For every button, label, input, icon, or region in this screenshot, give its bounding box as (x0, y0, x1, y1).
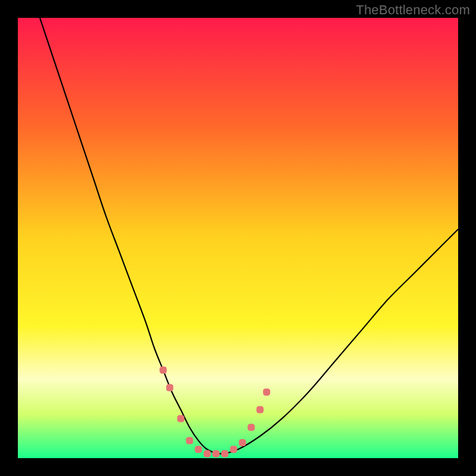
trough-marker (256, 406, 264, 414)
trough-marker (248, 424, 255, 431)
trough-marker (166, 384, 173, 392)
plot-area (18, 18, 458, 458)
trough-marker (263, 389, 270, 396)
trough-marker (221, 450, 228, 458)
trough-marker (195, 446, 202, 453)
trough-marker (159, 367, 167, 374)
gradient-background (18, 18, 458, 458)
trough-marker (212, 450, 220, 458)
trough-marker (239, 439, 246, 446)
bottleneck-chart (18, 18, 458, 458)
trough-marker (177, 415, 184, 422)
chart-frame: TheBottleneck.com (0, 0, 476, 476)
trough-marker (203, 450, 211, 458)
watermark-text: TheBottleneck.com (356, 2, 470, 18)
trough-marker (230, 446, 237, 453)
trough-marker (186, 437, 193, 444)
